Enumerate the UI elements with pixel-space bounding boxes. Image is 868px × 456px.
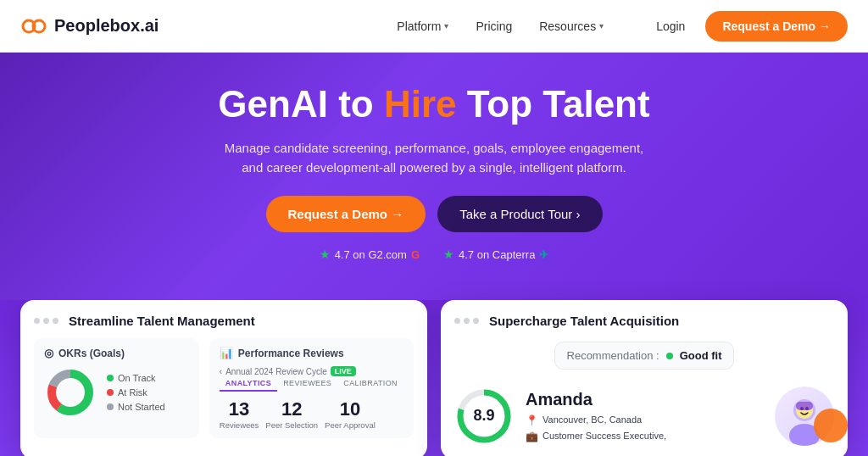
card-body-left: ◎ OKRs (Goals) On Track: [34, 338, 414, 438]
perf-stats: 13 Reviewees 12 Peer Selection 10 Peer A…: [220, 398, 403, 430]
legend-at-risk-label: At Risk: [118, 387, 147, 398]
nav-platform[interactable]: Platform ▾: [385, 13, 460, 40]
hero-title-suffix: Top Talent: [457, 83, 650, 125]
hero-title: GenAI to Hire Top Talent: [20, 83, 848, 126]
hero-title-prefix: GenAI to: [218, 83, 384, 125]
g2-rating: ★ 4.7 on G2.com G: [320, 247, 420, 261]
dot2: [43, 318, 49, 324]
recommendation-label: Recommendation :: [567, 349, 659, 362]
role-text: Customer Success Executive,: [542, 431, 666, 441]
navbar: Peoplebox.ai Platform ▾ Pricing Resource…: [0, 0, 868, 53]
card-header-left: Streamline Talent Management: [34, 314, 414, 328]
logo-text: Peoplebox.ai: [54, 16, 159, 36]
good-fit-dot-icon: [666, 353, 673, 359]
tab-calibration[interactable]: CALIBRATION: [337, 376, 403, 392]
left-card-title: Streamline Talent Management: [69, 314, 255, 328]
okrs-title: OKRs (Goals): [58, 348, 125, 359]
legend-dot-green: [107, 375, 114, 381]
request-demo-hero-button[interactable]: Request a Demo →: [266, 196, 426, 232]
nav-links: Platform ▾ Pricing Resources ▾: [385, 13, 615, 40]
capterra-rating: ★ 4.7 on Capterra ✈: [443, 247, 548, 261]
svg-text:8.9: 8.9: [473, 407, 494, 424]
reviewees-label: Reviewees: [220, 420, 259, 430]
ratings-row: ★ 4.7 on G2.com G ★ 4.7 on Capterra ✈: [20, 247, 848, 261]
request-demo-nav-button[interactable]: Request a Demo →: [705, 11, 848, 42]
candidate-info: Amanda 📍 Vancouver, BC, Canada 💼 Custome…: [526, 390, 763, 442]
briefcase-icon: 💼: [526, 431, 538, 442]
capterra-rating-text: 4.7 on Capterra: [459, 248, 535, 261]
legend-on-track: On Track: [107, 373, 165, 383]
capterra-logo-icon: ✈: [539, 248, 548, 261]
card-dots: [34, 318, 58, 324]
nav-pricing[interactable]: Pricing: [464, 13, 524, 40]
okrs-section: ◎ OKRs (Goals) On Track: [34, 338, 199, 438]
location-text: Vancouver, BC, Canada: [542, 414, 642, 425]
dot2r: [464, 318, 470, 324]
logo-icon: [20, 13, 47, 40]
location-icon: 📍: [526, 414, 538, 426]
chevron-down-icon: ▾: [444, 21, 448, 31]
perf-tabs: ANALYTICS REVIEWEES CALIBRATION: [220, 376, 403, 392]
g2-logo-icon: G: [411, 248, 420, 261]
legend-dot-gray: [107, 403, 114, 410]
logo[interactable]: Peoplebox.ai: [20, 13, 159, 40]
location-meta: 📍 Vancouver, BC, Canada: [526, 414, 763, 426]
nav-resources[interactable]: Resources ▾: [527, 13, 615, 40]
g2-rating-text: 4.7 on G2.com: [335, 248, 407, 261]
hero-title-highlight: Hire: [384, 83, 457, 125]
right-card-title: Supercharge Talent Acquisition: [489, 314, 679, 328]
dot1: [34, 318, 40, 324]
live-badge: LIVE: [331, 366, 356, 376]
candidate-name: Amanda: [526, 390, 763, 409]
talent-management-card: Streamline Talent Management ◎ OKRs (Goa…: [20, 300, 427, 456]
reviewees-stat: 13 Reviewees: [220, 398, 259, 430]
tab-reviewees[interactable]: REVIEWEES: [277, 376, 337, 392]
legend-not-started: Not Started: [107, 402, 165, 412]
legend-dot-red: [107, 389, 114, 396]
peer-approval-num: 10: [325, 398, 376, 420]
chevron-left-icon: ‹: [220, 367, 222, 376]
star-icon: ★: [443, 247, 454, 261]
target-icon: ◎: [44, 347, 53, 359]
cards-section: Streamline Talent Management ◎ OKRs (Goa…: [0, 300, 868, 456]
peer-selection-label: Peer Selection: [265, 420, 318, 430]
hero-subtitle: Manage candidate screening, performance,…: [214, 138, 654, 178]
good-fit-text: Good fit: [680, 349, 722, 362]
orange-decoration: [814, 409, 848, 442]
peer-selection-stat: 12 Peer Selection: [265, 398, 318, 430]
role-meta: 💼 Customer Success Executive,: [526, 431, 763, 442]
svg-rect-14: [796, 402, 813, 410]
legend-on-track-label: On Track: [118, 373, 156, 383]
peer-approval-label: Peer Approval: [325, 420, 376, 430]
talent-acquisition-card: Supercharge Talent Acquisition Recommend…: [441, 300, 848, 456]
legend-at-risk: At Risk: [107, 387, 165, 398]
candidate-area: 8.9 Amanda 📍 Vancouver, BC, Canada 💼 Cus…: [454, 386, 834, 446]
perf-nav: ‹ Annual 2024 Review Cycle LIVE: [220, 366, 403, 376]
review-cycle-label: Annual 2024 Review Cycle: [225, 367, 327, 376]
performance-section: 📊 Performance Reviews ‹ Annual 2024 Revi…: [209, 338, 414, 438]
nav-login[interactable]: Login: [643, 13, 698, 40]
dot1r: [454, 318, 460, 324]
chevron-down-icon: ▾: [599, 21, 604, 31]
score-circle: 8.9: [454, 386, 514, 446]
recommendation-bubble: Recommendation : Good fit: [554, 342, 735, 370]
donut-wrap: On Track At Risk Not Started: [44, 366, 189, 419]
okrs-header: ◎ OKRs (Goals): [44, 347, 189, 359]
star-icon: ★: [320, 247, 331, 261]
card-header-right: Supercharge Talent Acquisition: [454, 314, 834, 328]
donut-chart: [44, 366, 97, 419]
tab-analytics[interactable]: ANALYTICS: [220, 376, 277, 392]
peer-approval-stat: 10 Peer Approval: [325, 398, 376, 430]
card-dots-right: [454, 318, 479, 324]
legend-not-started-label: Not Started: [118, 402, 165, 412]
perf-header: 📊 Performance Reviews: [220, 347, 403, 359]
chart-icon: 📊: [220, 347, 233, 359]
perf-title: Performance Reviews: [238, 348, 344, 359]
reviewees-num: 13: [220, 398, 259, 420]
dot3: [53, 318, 58, 324]
hero-section: GenAI to Hire Top Talent Manage candidat…: [0, 53, 868, 300]
right-card-body: Recommendation : Good fit 8.9 Amanda 📍: [454, 338, 834, 446]
hero-buttons: Request a Demo → Take a Product Tour ›: [20, 196, 848, 232]
product-tour-button[interactable]: Take a Product Tour ›: [437, 196, 602, 232]
candidate-meta: 📍 Vancouver, BC, Canada 💼 Customer Succe…: [526, 414, 763, 442]
